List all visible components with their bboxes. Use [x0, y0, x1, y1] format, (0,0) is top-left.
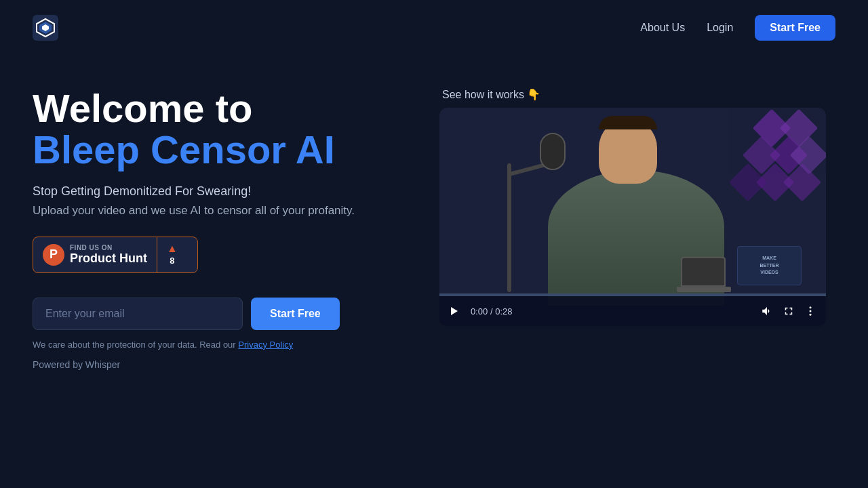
see-how-text: See how it works 👇: [442, 88, 540, 101]
start-free-nav-button[interactable]: Start Free: [755, 15, 835, 41]
fullscreen-button[interactable]: [781, 305, 796, 317]
laptop-screen: [681, 257, 726, 287]
logo[interactable]: [33, 15, 58, 41]
ph-upvote: ▲ 8: [157, 243, 187, 266]
mute-button[interactable]: [760, 305, 774, 317]
ph-left: P FIND US ON Product Hunt: [33, 244, 157, 266]
hero-headline: Welcome to Bleep Censor AI: [33, 88, 412, 171]
laptop-base: [677, 287, 731, 292]
more-options-icon: [804, 305, 816, 317]
powered-by: Powered by Whisper: [33, 359, 412, 370]
start-free-hero-button[interactable]: Start Free: [251, 298, 340, 330]
hero-tagline: Stop Getting Demonitized For Swearing!: [33, 184, 412, 199]
svg-point-14: [810, 310, 812, 312]
video-controls: 0:00 / 0:28: [439, 296, 826, 326]
login-link[interactable]: Login: [707, 22, 733, 34]
nav-links: About Us Login Start Free: [640, 15, 835, 41]
ph-arrow-icon: ▲: [167, 243, 178, 254]
svg-marker-12: [451, 307, 458, 315]
play-button[interactable]: [448, 306, 461, 317]
desk-sign-text: MAKEBETTERVIDEOS: [760, 255, 779, 277]
time-total: 0:28: [495, 306, 512, 317]
ph-text: FIND US ON Product Hunt: [70, 244, 147, 266]
ph-count: 8: [170, 256, 174, 266]
privacy-note: We care about the protection of your dat…: [33, 340, 412, 350]
hero-sub: Upload your video and we use AI to censo…: [33, 204, 412, 218]
person-hair: [599, 116, 657, 129]
time-display: 0:00 / 0:28: [471, 306, 512, 317]
privacy-policy-link[interactable]: Privacy Policy: [238, 340, 293, 350]
hero-left: Welcome to Bleep Censor AI Stop Getting …: [33, 88, 412, 370]
svg-point-13: [810, 306, 812, 308]
about-us-link[interactable]: About Us: [640, 22, 685, 34]
headline-brand: Bleep Censor AI: [33, 127, 335, 171]
svg-point-15: [810, 314, 812, 316]
video-player[interactable]: MAKEBETTERVIDEOS 0:00: [439, 108, 826, 326]
product-hunt-badge[interactable]: P FIND US ON Product Hunt ▲ 8: [33, 237, 198, 273]
email-form: Start Free: [33, 298, 412, 330]
hero-section: Welcome to Bleep Censor AI Stop Getting …: [0, 56, 868, 370]
logo-icon: [33, 15, 58, 41]
headline-line1: Welcome to: [33, 86, 252, 130]
more-options-button[interactable]: [803, 305, 818, 317]
navbar: About Us Login Start Free: [0, 0, 868, 56]
time-current: 0:00: [471, 306, 488, 317]
mic-stand: [507, 163, 511, 292]
fullscreen-icon: [783, 305, 795, 317]
privacy-note-text: We care about the protection of your dat…: [33, 340, 236, 350]
ph-find-us-label: FIND US ON: [70, 244, 147, 251]
volume-icon: [761, 305, 773, 317]
ph-logo-icon: P: [43, 244, 64, 266]
play-icon: [449, 306, 460, 317]
email-input[interactable]: [33, 298, 243, 330]
mic-head: [540, 133, 566, 170]
hero-right: See how it works 👇: [439, 88, 835, 326]
ph-name-label: Product Hunt: [70, 251, 147, 266]
